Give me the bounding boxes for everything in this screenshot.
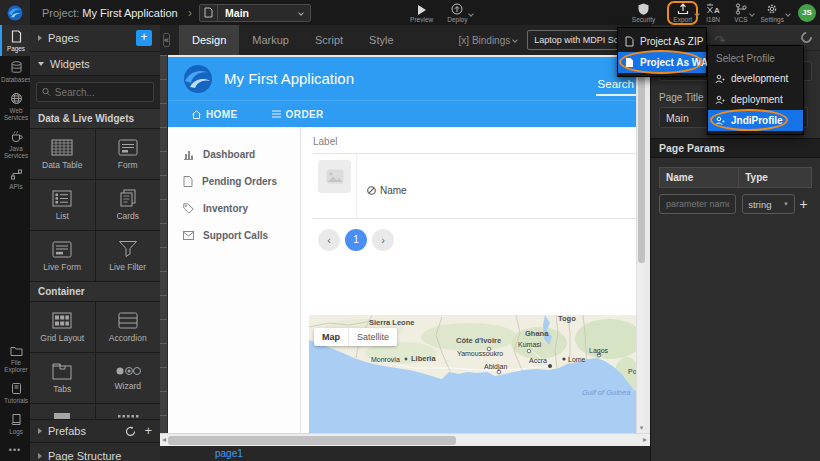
app-search-link[interactable]: Search bbox=[596, 78, 636, 96]
rail-item-web-services[interactable]: Web Services bbox=[0, 87, 30, 125]
param-type-select[interactable]: string ▼ bbox=[742, 194, 795, 214]
rail-item-apis[interactable]: APIs bbox=[0, 163, 30, 194]
app-preview-page[interactable]: My First Application Search HOME ORDER D… bbox=[168, 57, 636, 433]
pagination-prev-button[interactable]: ‹ bbox=[318, 229, 340, 251]
page-structure-header[interactable]: Page Structure bbox=[30, 443, 160, 461]
sidebar-item-pending-orders[interactable]: Pending Orders bbox=[168, 168, 300, 195]
add-prefab-button[interactable]: + bbox=[144, 426, 152, 436]
refresh-icon[interactable] bbox=[125, 426, 136, 437]
widgets-section-header[interactable]: Widgets bbox=[30, 52, 160, 76]
widget-tile-live-filter[interactable]: Live Filter bbox=[96, 231, 161, 281]
bindings-button[interactable]: [x] Bindings bbox=[459, 35, 518, 46]
pagination-next-button[interactable]: › bbox=[372, 229, 394, 251]
sidebar-item-dashboard[interactable]: Dashboard bbox=[168, 141, 300, 168]
map-button[interactable]: Map bbox=[314, 328, 349, 346]
toolbar-right: Security Export A I18N bbox=[625, 1, 820, 25]
export-chevron-icon[interactable] bbox=[694, 11, 700, 17]
rail-item-pages[interactable]: Pages bbox=[0, 25, 30, 56]
sidebar-item-support-calls[interactable]: Support Calls bbox=[168, 222, 300, 249]
top-bar: Project: My First Application › Main Pre… bbox=[0, 0, 820, 25]
menu-item-project-as-war[interactable]: Project As WAR bbox=[618, 52, 706, 73]
menu-item-project-as-zip[interactable]: Project As ZIP bbox=[618, 31, 706, 52]
widget-tile-partial[interactable] bbox=[30, 404, 95, 419]
widget-tile-data-table[interactable]: Data Table bbox=[30, 129, 95, 179]
security-button[interactable]: Security bbox=[632, 3, 655, 23]
rail-item-databases[interactable]: Databases bbox=[0, 56, 30, 87]
tab-design[interactable]: Design bbox=[179, 25, 239, 55]
left-rail: Pages Databases Web Services Java Servic… bbox=[0, 25, 30, 461]
scroll-right-arrow[interactable]: ▸ bbox=[643, 435, 647, 444]
pagination-page-1[interactable]: 1 bbox=[345, 229, 367, 251]
user-avatar[interactable]: JS bbox=[798, 4, 816, 22]
widget-tile-wizard[interactable]: Wizard bbox=[96, 353, 161, 403]
collapse-panel-button[interactable]: « bbox=[163, 33, 170, 47]
vcs-button[interactable]: VCS bbox=[734, 3, 747, 23]
deploy-chevron-icon[interactable] bbox=[469, 11, 475, 17]
menu-item-label: development bbox=[731, 73, 788, 84]
menu-item-label: Project As WAR bbox=[640, 57, 715, 68]
scroll-down-arrow[interactable]: ▾ bbox=[637, 424, 646, 432]
add-page-button[interactable]: + bbox=[136, 30, 152, 46]
vertical-scroll-thumb[interactable] bbox=[638, 57, 645, 263]
canvas-horizontal-scrollbar[interactable]: ◂ ▸ bbox=[160, 433, 650, 446]
widget-label: Data Table bbox=[42, 160, 82, 170]
refresh-icon[interactable] bbox=[799, 30, 814, 45]
settings-button[interactable]: Settings bbox=[761, 3, 785, 23]
nav-item-home[interactable]: HOME bbox=[192, 109, 238, 120]
widget-tile-live-form[interactable]: Live Form bbox=[30, 231, 95, 281]
rail-item-file-explorer[interactable]: File Explorer bbox=[0, 340, 30, 377]
widget-tile-grid-layout[interactable]: Grid Layout bbox=[30, 302, 95, 352]
app-body: Dashboard Pending Orders Inventory Suppo… bbox=[168, 127, 636, 433]
logs-icon bbox=[10, 413, 23, 426]
tab-markup[interactable]: Markup bbox=[239, 25, 302, 55]
settings-chevron-icon[interactable] bbox=[785, 11, 791, 17]
globe-icon bbox=[10, 92, 23, 105]
preview-button[interactable]: Preview bbox=[410, 3, 433, 23]
run-actions: Preview Deploy bbox=[403, 3, 473, 23]
pages-section-header[interactable]: Pages + bbox=[30, 25, 160, 52]
page-selector[interactable]: Main bbox=[199, 4, 311, 22]
add-param-button[interactable]: + bbox=[795, 196, 812, 212]
widget-search-input[interactable] bbox=[55, 87, 148, 98]
widget-tile-tabs[interactable]: Tabs bbox=[30, 353, 95, 403]
tab-style[interactable]: Style bbox=[356, 25, 406, 55]
widget-tile-form[interactable]: Form bbox=[96, 129, 161, 179]
map-widget[interactable]: Map Satellite bbox=[309, 315, 636, 433]
wizard-icon bbox=[115, 365, 141, 377]
i18n-button[interactable]: A I18N bbox=[706, 3, 720, 23]
widget-label: Wizard bbox=[115, 381, 141, 391]
status-page-link[interactable]: page1 bbox=[215, 448, 243, 459]
tab-script[interactable]: Script bbox=[302, 25, 356, 55]
param-name-input[interactable] bbox=[659, 194, 736, 214]
satellite-button[interactable]: Satellite bbox=[349, 328, 397, 346]
widget-search-box bbox=[36, 82, 154, 102]
deploy-button[interactable]: Deploy bbox=[447, 3, 467, 23]
menu-item-jndiprofile[interactable]: JndiProfile bbox=[708, 110, 803, 131]
wavemaker-logo[interactable] bbox=[0, 0, 30, 25]
deploy-icon bbox=[451, 3, 463, 15]
scroll-left-arrow[interactable]: ◂ bbox=[162, 435, 166, 444]
horizontal-scroll-thumb[interactable] bbox=[168, 436, 456, 445]
vcs-chevron-icon[interactable] bbox=[749, 11, 755, 17]
nav-item-order[interactable]: ORDER bbox=[272, 109, 324, 120]
prefabs-section-header[interactable]: Prefabs + bbox=[30, 419, 160, 443]
rail-label: Databases bbox=[1, 76, 31, 83]
widget-grid-container: Grid Layout Accordion Tabs Wizard bbox=[30, 302, 160, 419]
pages-header-label: Pages bbox=[48, 32, 79, 44]
canvas-vertical-scrollbar[interactable]: ▾ bbox=[636, 57, 645, 433]
widget-tile-partial[interactable] bbox=[96, 404, 161, 419]
widget-tile-accordion[interactable]: Accordion bbox=[96, 302, 161, 352]
list-item-card[interactable]: Name bbox=[313, 153, 636, 219]
widget-label: Accordion bbox=[109, 333, 147, 343]
widget-tile-cards[interactable]: Cards bbox=[96, 180, 161, 230]
rail-item-java-services[interactable]: Java Services bbox=[0, 125, 30, 163]
profile-person-icon bbox=[715, 95, 725, 105]
rail-item-tutorials[interactable]: Tutorials bbox=[0, 377, 30, 408]
export-button[interactable]: Export bbox=[673, 3, 692, 23]
menu-item-deployment[interactable]: deployment bbox=[708, 89, 803, 110]
rail-more-button[interactable]: ••• bbox=[0, 439, 30, 461]
widget-tile-list[interactable]: List bbox=[30, 180, 95, 230]
rail-item-logs[interactable]: Logs bbox=[0, 408, 30, 439]
sidebar-item-inventory[interactable]: Inventory bbox=[168, 195, 300, 222]
menu-item-development[interactable]: development bbox=[708, 68, 803, 89]
